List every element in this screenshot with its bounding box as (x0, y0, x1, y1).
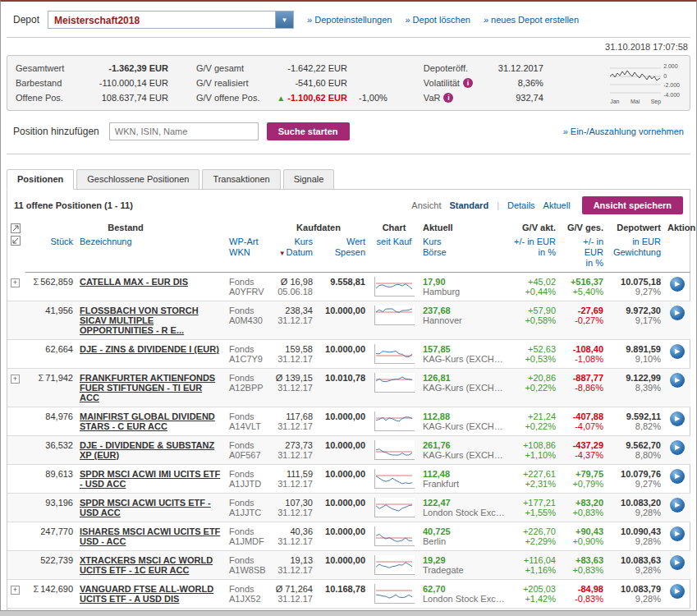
payout-link[interactable]: » Ein-/Auszahlung vornehmen (563, 126, 684, 136)
expand-icon[interactable]: + (11, 278, 20, 287)
buy-date: 31.12.17 (272, 383, 313, 393)
sort-spesen[interactable]: Spesen (319, 247, 365, 258)
position-name-link[interactable]: CATELLA MAX - EUR DIS (80, 277, 222, 287)
view-standard[interactable]: Standard (449, 200, 488, 210)
position-weight: 8,80% (610, 450, 661, 460)
expand-icon[interactable]: + (11, 586, 20, 595)
wp-art-value: Fonds (229, 555, 265, 565)
save-view-button[interactable]: Ansicht speichern (582, 196, 683, 214)
sort-gv-ges-eur[interactable]: +/- in EUR (562, 237, 603, 258)
sort-gv-akt-eur[interactable]: +/- in EUR (513, 237, 556, 247)
position-name-link[interactable]: ISHARES MSCI ACWI UCITS ETF USD - ACC (80, 526, 222, 546)
gv-ges-eur: -84,98 (562, 584, 603, 594)
mini-chart[interactable] (374, 344, 415, 364)
depot-select[interactable]: Meisterschaft2018 ▼ (48, 11, 294, 29)
gv-akt-pct: +0,22% (513, 421, 556, 431)
action-button[interactable]: ▶ (670, 277, 685, 292)
mini-chart[interactable] (374, 411, 415, 431)
link-depot-loeschen[interactable]: » Depot löschen (405, 15, 470, 25)
position-name-link[interactable]: XTRACKERS MSCI AC WORLD UCITS ETF - 1C E… (80, 555, 222, 575)
positions-count: 11 offene Positionen (1 - 11) (14, 200, 133, 210)
view-details[interactable]: Details (507, 200, 535, 210)
action-button[interactable]: ▶ (670, 469, 685, 484)
mini-chart[interactable] (374, 526, 415, 546)
position-name-link[interactable]: DJE - DIVIDENDE & SUBSTANZ XP (EUR) (80, 440, 222, 460)
tab-positionen[interactable]: Positionen (7, 169, 74, 190)
action-button[interactable]: ▶ (670, 344, 685, 359)
mini-chart[interactable] (374, 373, 415, 393)
mini-chart[interactable] (374, 555, 415, 575)
mini-chart[interactable] (374, 440, 415, 460)
position-name-link[interactable]: FRANKFURTER AKTIENFONDS FUER STIFTUNGEN … (80, 373, 222, 402)
shares-count: 562,859 (40, 277, 73, 287)
sort-kurs-aktuell[interactable]: Kurs (423, 237, 507, 247)
view-aktuell[interactable]: Aktuell (543, 200, 571, 210)
sort-gv-ges-pct[interactable]: in % (562, 258, 603, 269)
action-button[interactable]: ▶ (670, 498, 685, 513)
mini-chart[interactable] (374, 584, 415, 604)
sort-kurs[interactable]: Kurs (272, 237, 313, 247)
position-name-link[interactable]: MAINFIRST GLOBAL DIVIDEND STARS - C EUR … (80, 411, 222, 431)
info-icon[interactable]: i (463, 78, 473, 88)
mini-chart[interactable] (374, 306, 415, 325)
sort-bezeichnung[interactable]: Bezeichnung (80, 237, 222, 247)
link-depoteinstellungen[interactable]: » Depoteinstellungen (307, 15, 392, 25)
gv-ges-pct: -1,08% (562, 354, 603, 364)
info-icon[interactable]: i (443, 93, 453, 103)
sort-stueck[interactable]: Stück (29, 237, 73, 247)
sort-wkn[interactable]: WKN (229, 247, 265, 258)
sort-wp-art[interactable]: WP-Art (229, 237, 265, 247)
performance-chart[interactable]: 2.000 0 -2.000 -4.000 Jan Mai Sep (610, 63, 681, 104)
action-button[interactable]: ▶ (670, 526, 685, 541)
barbestand-value: -110.000,14 EUR (80, 78, 168, 88)
sort-depotwert-eur[interactable]: in EUR (610, 237, 661, 247)
mini-chart[interactable] (374, 277, 415, 297)
position-row: + Σ36,532 DJE - DIVIDENDE & SUBSTANZ XP … (7, 436, 690, 465)
action-button[interactable]: ▶ (670, 411, 685, 426)
sort-wert[interactable]: Wert (319, 237, 365, 247)
mini-chart[interactable] (374, 469, 415, 489)
gv-akt-pct: +0,53% (513, 354, 556, 364)
position-row: + Σ89,613 SPDR MSCI ACWI IMI UCITS ETF -… (7, 465, 690, 494)
buy-date: 31.12.17 (272, 354, 313, 364)
chart-x-label: Jan (610, 99, 619, 104)
gv-akt-pct: +1,16% (513, 565, 556, 575)
sort-gewichtung[interactable]: Gewichtung (610, 247, 661, 258)
action-button[interactable]: ▶ (670, 306, 685, 320)
buy-value: 9.558,81 (319, 277, 365, 287)
action-button[interactable]: ▶ (670, 584, 685, 599)
sort-datum[interactable]: ▼Datum (272, 247, 313, 259)
link-neues-depot-erstellen[interactable]: » neues Depot erstellen (484, 15, 579, 25)
chevron-down-icon[interactable]: ▼ (275, 11, 293, 28)
position-row: + Σ142,690 VANGUARD FTSE ALL-WORLD UCITS… (7, 580, 690, 609)
position-name-link[interactable]: DJE - ZINS & DIVIDENDE I (EUR) (80, 344, 222, 354)
sort-gv-akt-pct[interactable]: in % (513, 247, 556, 258)
gv-akt-eur: +205,03 (513, 584, 556, 594)
position-name-link[interactable]: SPDR MSCI ACWI UCITS ETF - USD ACC (80, 498, 222, 517)
sort-desc-icon: ▼ (279, 250, 286, 257)
buy-price: 40,36 (272, 526, 313, 536)
positions-tabs: Positionen Geschlossene Positionen Trans… (7, 169, 690, 189)
sort-boerse[interactable]: Börse (423, 247, 507, 258)
mini-chart[interactable] (374, 498, 415, 517)
action-button[interactable]: ▶ (670, 373, 685, 388)
expand-all-icon[interactable] (11, 223, 21, 233)
position-name-link[interactable]: VANGUARD FTSE ALL-WORLD UCITS ETF - A US… (80, 584, 222, 604)
action-button[interactable]: ▶ (670, 440, 685, 455)
search-start-button[interactable]: Suche starten (267, 122, 350, 140)
action-arrow-icon: ▶ (675, 444, 680, 451)
tab-transaktionen[interactable]: Transaktionen (202, 169, 280, 190)
buy-price: Ø 139,15 (272, 373, 313, 383)
barbestand-label: Barbestand (16, 78, 80, 88)
tab-signale[interactable]: Signale (283, 169, 335, 190)
expand-icon[interactable]: + (11, 375, 20, 384)
collapse-all-icon[interactable] (11, 236, 21, 246)
tab-geschlossene-positionen[interactable]: Geschlossene Positionen (76, 169, 199, 190)
action-button[interactable]: ▶ (670, 555, 685, 570)
position-weight: 9,28% (610, 594, 661, 604)
position-name-link[interactable]: SPDR MSCI ACWI IMI UCITS ETF - USD ACC (80, 469, 222, 489)
position-name-link[interactable]: FLOSSBACH VON STORCH SICAV MULTIPLE OPPO… (80, 306, 222, 335)
search-input[interactable] (109, 122, 259, 140)
current-price: 261,76 (423, 440, 507, 450)
gv-ges-eur: -407,88 (562, 411, 603, 421)
